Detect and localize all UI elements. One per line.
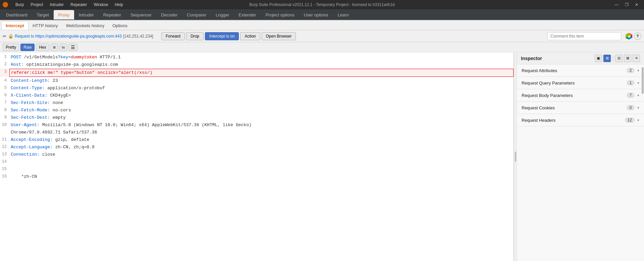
table-row: 1 POST /v1/GetModels?key=dummytoken HTTP…: [0, 54, 514, 61]
pencil-icon: ✏: [3, 34, 7, 39]
xss-highlight-line: 3 referer:click me!" type="button" oncli…: [0, 68, 514, 77]
tab-extender[interactable]: Extender: [234, 10, 261, 19]
format-hex-button[interactable]: Hex: [36, 44, 49, 51]
menu-help[interactable]: Help: [111, 0, 126, 9]
tab-logger[interactable]: Logger: [211, 10, 234, 19]
table-row: 9 Sec-Fetch-Dest: empty: [0, 114, 514, 121]
minimize-button[interactable]: —: [612, 0, 621, 9]
title-bar: Burp Project Intruder Repeater Window He…: [0, 0, 644, 9]
drop-button[interactable]: Drop: [186, 32, 204, 40]
inspector-view-single-btn[interactable]: ▣: [595, 55, 602, 62]
inspector-title: Inspector: [521, 56, 542, 61]
close-button[interactable]: ✕: [632, 0, 641, 9]
table-row: 7 Sec-Fetch-Site: none: [0, 99, 514, 107]
inspector-view-double-btn[interactable]: ⊞: [603, 55, 611, 62]
tab-decoder[interactable]: Decoder: [156, 10, 182, 19]
inspector-expand-btn[interactable]: ⊠: [624, 55, 631, 62]
inspector-panel: Inspector ▣ ⊞ ⊟ ⊠ ✕ Request Attributes 2…: [517, 52, 644, 261]
format-menu-button[interactable]: ☰: [68, 44, 77, 51]
comment-input[interactable]: [547, 32, 621, 40]
format-pretty-button[interactable]: Pretty: [3, 44, 19, 51]
table-row: 11 Accept-Encoding: gzip, deflate: [0, 136, 514, 144]
app-title: Burp Suite Professional v2021.12.1 - Tem…: [249, 2, 394, 7]
menu-project[interactable]: Project: [27, 0, 46, 9]
table-row: 6 X-Client-Data: CKD4ygE=: [0, 92, 514, 99]
table-row: 15: [0, 166, 514, 173]
menu-bar: Burp Project Intruder Repeater Window He…: [12, 0, 126, 9]
tab-repeater[interactable]: Repeater: [99, 10, 126, 19]
subtab-http-history[interactable]: HTTP history: [29, 21, 62, 30]
chevron-down-icon: ▾: [637, 68, 639, 73]
table-row: 13 Connection: close: [0, 151, 514, 158]
table-row: 16 *zh-CN: [0, 173, 514, 180]
lock-icon: 🔒: [8, 34, 13, 39]
intercept-toggle-button[interactable]: Intercept is on: [205, 32, 239, 40]
tab-dashboard[interactable]: Dashboard: [1, 10, 32, 19]
chevron-down-icon: ▾: [637, 81, 639, 85]
forward-button[interactable]: Forward: [161, 32, 185, 40]
request-ip: [142.251.42.234]: [123, 34, 153, 39]
tab-intruder[interactable]: Intruder: [74, 10, 99, 19]
table-row: 10 User-Agent: Mozilla/5.0 (Windows NT 1…: [0, 121, 514, 129]
table-row: 8 Sec-Fetch-Mode: no-cors: [0, 107, 514, 114]
tab-sequencer[interactable]: Sequencer: [126, 10, 156, 19]
table-row: 14: [0, 158, 514, 166]
menu-window[interactable]: Window: [90, 0, 111, 9]
menu-repeater[interactable]: Repeater: [67, 0, 90, 9]
content-area: 1 POST /v1/GetModels?key=dummytoken HTTP…: [0, 52, 644, 261]
tab-learn[interactable]: Learn: [333, 10, 354, 19]
format-raw-button[interactable]: Raw: [20, 44, 35, 51]
table-row: 12 Accept-Language: zh-CN, zh;q=0.9: [0, 144, 514, 151]
inspector-section-attributes[interactable]: Request Attributes 2 ▾: [517, 64, 644, 77]
format-list-button[interactable]: ≡: [51, 44, 58, 51]
request-url: Request to https://optimizationguide-pa.…: [15, 34, 122, 39]
table-row: 5 Content-Type: application/x-protobuf: [0, 85, 514, 92]
table-row: 2 Host: optimizationguide-pa.googleapis.…: [0, 61, 514, 68]
title-bar-left: Burp Project Intruder Repeater Window He…: [3, 0, 126, 9]
maximize-button[interactable]: ❐: [622, 0, 631, 9]
toolbar: ✏ 🔒 Request to https://optimizationguide…: [0, 30, 644, 42]
tab-user-options[interactable]: User options: [299, 10, 333, 19]
panel-divider: [514, 52, 517, 261]
chevron-down-icon: ▾: [637, 93, 639, 98]
menu-burp[interactable]: Burp: [12, 0, 27, 9]
main-nav: Dashboard Target Proxy Intruder Repeater…: [0, 9, 644, 20]
inspector-controls: ▣ ⊞ ⊟ ⊠ ✕: [595, 55, 640, 62]
menu-intruder[interactable]: Intruder: [47, 0, 67, 9]
open-browser-button[interactable]: Open Browser: [262, 32, 296, 40]
inspector-section-cookies[interactable]: Request Cookies 0 ▾: [517, 102, 644, 114]
inspector-collapse-btn[interactable]: ⊟: [615, 55, 623, 62]
burp-logo: [625, 33, 633, 40]
tab-target[interactable]: Target: [32, 10, 54, 19]
inspector-scrollbar[interactable]: [641, 67, 644, 168]
action-button[interactable]: Action: [240, 32, 260, 40]
subtab-websockets-history[interactable]: WebSockets history: [62, 21, 109, 30]
table-row: 4 Content-Length: 23: [0, 77, 514, 85]
code-area: 1 POST /v1/GetModels?key=dummytoken HTTP…: [0, 52, 514, 261]
format-newline-button[interactable]: \n: [59, 44, 67, 51]
tab-comparer[interactable]: Comparer: [182, 10, 211, 19]
inspector-section-query-params[interactable]: Request Query Parameters 1 ▾: [517, 77, 644, 89]
tab-proxy[interactable]: Proxy: [54, 10, 74, 19]
table-row: Chrome/97.0.4692.71 Safari/537.36: [0, 129, 514, 136]
subtab-intercept[interactable]: Intercept: [1, 21, 29, 30]
inspector-section-headers[interactable]: Request Headers 12 ▾: [517, 114, 644, 126]
request-editor[interactable]: 1 POST /v1/GetModels?key=dummytoken HTTP…: [0, 52, 514, 261]
inspector-header: Inspector ▣ ⊞ ⊟ ⊠ ✕: [517, 52, 644, 64]
help-button[interactable]: ?: [634, 33, 641, 40]
app-icon: [3, 2, 8, 7]
chevron-down-icon: ▾: [637, 106, 639, 110]
format-bar: Pretty Raw Hex ≡ \n ☰: [0, 42, 644, 52]
sub-nav: Intercept HTTP history WebSockets histor…: [0, 20, 644, 30]
window-controls: — ❐ ✕: [612, 0, 641, 9]
inspector-section-body-params[interactable]: Request Body Parameters 7 ▾: [517, 89, 644, 102]
tab-project-options[interactable]: Project options: [261, 10, 299, 19]
inspector-close-btn[interactable]: ✕: [633, 55, 640, 62]
subtab-options[interactable]: Options: [108, 21, 131, 30]
chevron-down-icon: ▾: [637, 118, 639, 122]
